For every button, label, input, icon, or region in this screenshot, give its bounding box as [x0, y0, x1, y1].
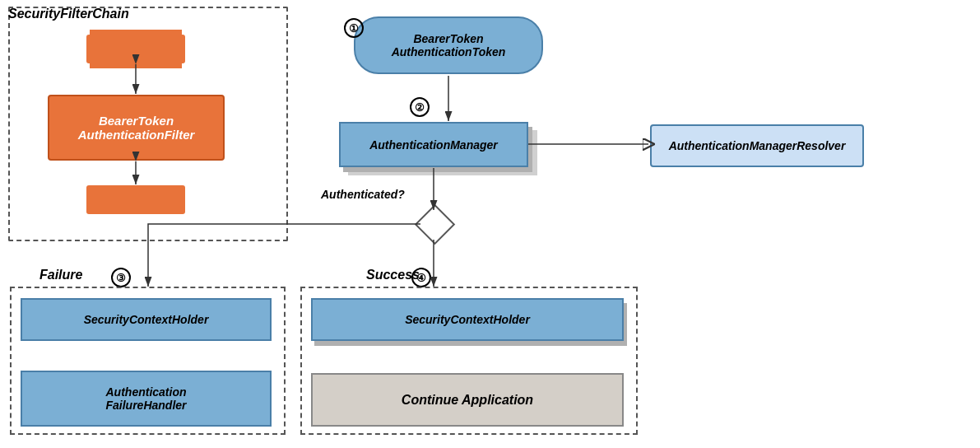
- security-ctx-holder-success-box: SecurityContextHolder: [311, 298, 624, 341]
- auth-failure-handler-label: AuthenticationFailureHandler: [105, 385, 186, 412]
- step-2-circle: ②: [410, 97, 430, 117]
- authenticated-label: Authenticated?: [321, 188, 405, 201]
- continue-application-box: Continue Application: [311, 373, 624, 427]
- auth-manager-label: AuthenticationManager: [369, 138, 498, 152]
- security-ctx-failure-label: SecurityContextHolder: [84, 313, 209, 326]
- security-ctx-holder-failure-box: SecurityContextHolder: [21, 298, 272, 341]
- security-ctx-success-label: SecurityContextHolder: [405, 313, 530, 326]
- step-3-circle: ③: [111, 268, 131, 287]
- bearer-token-label: BearerTokenAuthenticationToken: [392, 32, 506, 58]
- continue-app-label: Continue Application: [402, 393, 533, 408]
- diagram: SecurityFilterChain BearerTokenAuthentic…: [0, 0, 980, 448]
- auth-manager-resolver-label: AuthenticationManagerResolver: [669, 139, 846, 152]
- auth-manager-box: AuthenticationManager: [339, 122, 528, 167]
- filter-stack-top: [86, 35, 185, 63]
- decision-diamond: [415, 204, 455, 245]
- bearer-filter-label: BearerTokenAuthenticationFilter: [78, 114, 195, 142]
- bearer-token-auth-token-box: BearerTokenAuthenticationToken: [354, 16, 543, 74]
- failure-text: Failure: [39, 268, 82, 282]
- filter-stack-bottom: [86, 185, 185, 214]
- security-filter-chain-label: SecurityFilterChain: [8, 7, 129, 21]
- bearer-token-auth-filter-box: BearerTokenAuthenticationFilter: [48, 95, 225, 161]
- step-1-circle: ①: [344, 18, 364, 38]
- auth-failure-handler-box: AuthenticationFailureHandler: [21, 371, 272, 427]
- failure-label: Failure: [39, 268, 82, 282]
- step-4-circle: ④: [411, 268, 431, 287]
- auth-manager-resolver-box: AuthenticationManagerResolver: [650, 124, 864, 167]
